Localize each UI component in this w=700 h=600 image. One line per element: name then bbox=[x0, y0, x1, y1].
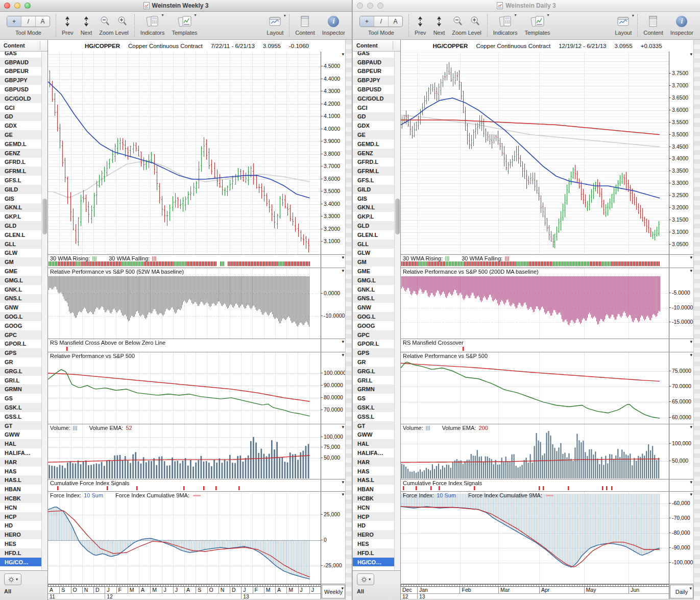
panel-dropdown-icon[interactable]: ▾ bbox=[342, 339, 344, 344]
periodicity-selector[interactable]: Daily ▾ bbox=[670, 585, 693, 598]
list-item[interactable]: GS bbox=[0, 394, 41, 403]
list-item[interactable]: GKN.L bbox=[0, 203, 41, 212]
list-item[interactable]: HAR bbox=[0, 458, 41, 467]
list-item[interactable]: GRG.L bbox=[0, 367, 41, 376]
panel-dropdown-icon[interactable]: ▾ bbox=[690, 255, 692, 260]
list-item[interactable]: GC/GOLD bbox=[0, 94, 41, 103]
titlebar[interactable]: Weinstein Weekly 3 bbox=[0, 0, 352, 12]
close-button[interactable] bbox=[4, 3, 10, 9]
sidebar-scrollbar-thumb[interactable] bbox=[395, 199, 400, 234]
rp-axis[interactable]: ▾100.000090.000080.000070.0000 bbox=[321, 352, 346, 424]
list-item[interactable]: GKP.L bbox=[353, 212, 394, 221]
list-item[interactable]: HAR bbox=[353, 458, 394, 467]
list-item[interactable]: GR bbox=[0, 357, 41, 367]
list-item[interactable]: GWW bbox=[353, 430, 394, 439]
rp-axis[interactable]: ▾75.000070.000065.000060.0000 bbox=[669, 352, 694, 424]
list-item[interactable]: HFD.L bbox=[353, 548, 394, 558]
list-item[interactable]: GFRM.L bbox=[353, 166, 394, 176]
list-item[interactable]: GEMD.L bbox=[353, 139, 394, 149]
indicators-button[interactable]: ▾ Indicators bbox=[493, 14, 518, 36]
list-item[interactable]: GLEN.L bbox=[0, 230, 41, 239]
text-tool-button[interactable]: A bbox=[388, 16, 402, 27]
indicators-button[interactable]: ▾ Indicators bbox=[140, 14, 165, 36]
list-item[interactable]: GENZ bbox=[353, 149, 394, 158]
force-signals-axis[interactable]: ▾ bbox=[321, 479, 346, 491]
list-item[interactable]: GCI bbox=[353, 103, 394, 112]
panel-dropdown-icon[interactable]: ▾ bbox=[342, 52, 344, 57]
list-item[interactable]: GS bbox=[353, 394, 394, 403]
force-signals-plot[interactable]: Cumulative Force Index Signals bbox=[48, 479, 321, 491]
list-item[interactable]: HALIFA… bbox=[0, 448, 41, 458]
text-tool-button[interactable]: A bbox=[35, 16, 50, 27]
close-button[interactable] bbox=[357, 3, 363, 9]
panel-dropdown-icon[interactable]: ▾ bbox=[342, 268, 344, 273]
list-item[interactable]: GENZ bbox=[0, 149, 41, 158]
list-item[interactable]: GLD bbox=[0, 221, 41, 230]
inspector-button[interactable]: i Inspector bbox=[322, 14, 345, 36]
list-item[interactable]: GRI.L bbox=[353, 376, 394, 385]
sidebar-scrollbar-thumb[interactable] bbox=[42, 199, 47, 234]
volume-plot[interactable]: Volume: Volume EMA: 200 bbox=[401, 424, 669, 479]
list-item[interactable]: GIS bbox=[0, 194, 41, 203]
list-item[interactable]: GOG.L bbox=[0, 312, 41, 321]
list-item[interactable]: GT bbox=[353, 421, 394, 430]
list-item[interactable]: GME bbox=[0, 267, 41, 276]
trendline-tool-button[interactable]: / bbox=[374, 16, 388, 27]
mansfield-plot[interactable]: RS Mansfield Cross Above or Below Zero L… bbox=[48, 339, 321, 352]
relative-strength-plot[interactable]: Relative Performance vs S&P 500 (52W MA … bbox=[48, 268, 321, 339]
list-item[interactable]: GNK.L bbox=[0, 285, 41, 294]
relative-strength-plot[interactable]: Relative Performance vs S&P 500 (200D MA… bbox=[401, 268, 669, 339]
panel-dropdown-icon[interactable]: ▾ bbox=[342, 479, 344, 485]
list-item[interactable]: GT bbox=[0, 421, 41, 430]
force-index-plot[interactable]: Force Index: 10 Sum Force Index Cumulati… bbox=[48, 492, 321, 584]
list-item[interactable]: HD bbox=[0, 521, 41, 530]
list-item[interactable]: GD bbox=[353, 112, 394, 122]
zoom-in-icon[interactable] bbox=[117, 15, 128, 28]
list-item[interactable]: HAS.L bbox=[353, 475, 394, 485]
rs-axis[interactable]: ▾-5.0000-10.0000-15.0000 bbox=[669, 268, 694, 339]
list-item[interactable]: HCN bbox=[0, 503, 41, 512]
list-item[interactable]: GFRD.L bbox=[0, 158, 41, 167]
content-button[interactable]: Content bbox=[643, 14, 663, 36]
list-item[interactable]: HERO bbox=[0, 530, 41, 539]
list-item[interactable]: GAS bbox=[0, 52, 41, 58]
list-item[interactable]: GBPJPY bbox=[353, 76, 394, 85]
rs-axis[interactable]: ▾0.0000-10.0000 bbox=[321, 268, 346, 339]
list-item[interactable]: HCBK bbox=[353, 494, 394, 503]
list-item[interactable]: HERO bbox=[353, 530, 394, 539]
year-row[interactable]: 111213 bbox=[48, 593, 321, 599]
list-item[interactable]: HCP bbox=[353, 512, 394, 521]
panel-dropdown-icon[interactable]: ▾ bbox=[690, 339, 692, 344]
zoom-in-icon[interactable] bbox=[470, 15, 481, 28]
crosshair-tool-button[interactable]: + bbox=[360, 16, 374, 27]
list-item[interactable]: HD bbox=[353, 521, 394, 530]
list-item[interactable]: GOOG bbox=[0, 321, 41, 330]
list-item[interactable]: GBPEUR bbox=[353, 67, 394, 76]
panel-dropdown-icon[interactable]: ▾ bbox=[342, 352, 344, 357]
list-item[interactable]: GC/GOLD bbox=[353, 94, 394, 103]
list-item[interactable]: GLEN.L bbox=[353, 230, 394, 239]
price-axis[interactable]: ▾3.75003.70003.65003.60003.55003.50003.4… bbox=[669, 52, 694, 254]
list-item[interactable]: GMG.L bbox=[353, 276, 394, 285]
volume-plot[interactable]: Volume: Volume EMA: 52 bbox=[48, 424, 321, 479]
list-item[interactable]: HES bbox=[353, 539, 394, 548]
list-item[interactable]: GMG.L bbox=[0, 276, 41, 285]
list-item[interactable]: HAS bbox=[353, 467, 394, 476]
list-item[interactable]: GNS.L bbox=[0, 294, 41, 303]
sidebar-scrollbar[interactable] bbox=[41, 52, 47, 570]
price-axis[interactable]: ▾4.50004.40004.30004.20004.10004.00003.9… bbox=[321, 52, 346, 254]
list-item[interactable]: HCBK bbox=[0, 494, 41, 503]
list-item[interactable]: GCI bbox=[0, 103, 41, 112]
list-item[interactable]: HG/CO… bbox=[353, 558, 394, 567]
force-index-axis[interactable]: ▾25,0000-25,000 bbox=[321, 492, 346, 584]
list-item[interactable]: GNW bbox=[353, 303, 394, 312]
vertical-scrollbar[interactable] bbox=[345, 40, 352, 600]
list-item[interactable]: GBPJPY bbox=[0, 76, 41, 85]
inspector-button[interactable]: i Inspector bbox=[670, 14, 693, 36]
list-item[interactable]: GSS.L bbox=[353, 412, 394, 421]
sidebar-header[interactable]: Content bbox=[0, 40, 47, 52]
prev-button[interactable]: Prev bbox=[415, 14, 426, 36]
list-item[interactable]: GBPAUD bbox=[0, 58, 41, 67]
titlebar[interactable]: Weinstein Daily 3 bbox=[353, 0, 700, 12]
list-item[interactable]: GEMD.L bbox=[0, 139, 41, 149]
